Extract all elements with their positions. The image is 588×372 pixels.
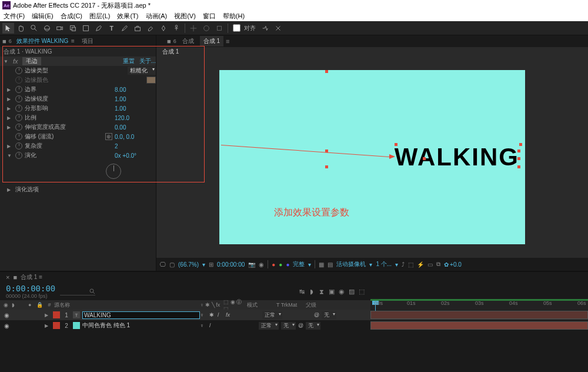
eraser-tool[interactable] — [145, 23, 156, 34]
stopwatch-icon[interactable] — [15, 67, 22, 74]
sharpness-value[interactable]: 1.00 — [115, 96, 156, 102]
stopwatch-icon[interactable] — [15, 95, 22, 102]
camera-tool[interactable] — [54, 23, 66, 34]
effect-name[interactable]: 毛边 — [22, 57, 41, 65]
zoom-dropdown[interactable]: (66.7%) — [178, 261, 199, 268]
timeline-layer[interactable]: ◉ ▶ 2 中间色青色 纯色 1 ♀/ 正常 无 @ 无 — [0, 320, 588, 331]
menu-edit[interactable]: 编辑(E) — [32, 12, 54, 21]
stopwatch-icon[interactable] — [15, 152, 22, 159]
mask-tool[interactable] — [80, 23, 92, 34]
views-dropdown[interactable]: 1 个... — [376, 260, 392, 268]
layer-name[interactable]: 中间色青色 纯色 1 — [82, 321, 130, 330]
share-icon[interactable]: ⤴ — [402, 261, 405, 268]
resolution-icon[interactable]: ⊞ — [209, 261, 213, 268]
shy-icon[interactable]: ↹ — [298, 287, 306, 295]
stopwatch-icon[interactable] — [15, 86, 22, 93]
timecode[interactable]: 0:00:00:00 — [6, 284, 55, 293]
effect-about[interactable]: 关于... — [139, 57, 156, 65]
snap-checkbox[interactable] — [233, 24, 240, 32]
composition-canvas[interactable]: WALKING — [219, 70, 525, 244]
selection-tool[interactable] — [2, 23, 14, 34]
orbit-tool[interactable] — [41, 23, 53, 34]
hand-tool[interactable] — [15, 23, 27, 34]
stopwatch-icon[interactable] — [15, 105, 22, 112]
channel-icon[interactable]: ● — [272, 261, 275, 268]
draft3d-icon[interactable]: ⬚ — [408, 261, 413, 268]
col-source-name[interactable]: 源名称 — [54, 301, 70, 309]
search-input[interactable] — [60, 287, 95, 295]
layer-bar[interactable] — [370, 321, 588, 330]
timeline-ruler[interactable]: :00s 01s 02s 03s 04s 05s 06s — [370, 299, 588, 311]
blend-mode-dropdown[interactable]: 正常 — [262, 311, 282, 319]
menu-effect[interactable]: 效果(T) — [117, 12, 138, 21]
visibility-icon[interactable]: ◉ — [2, 321, 11, 330]
flowchart-icon[interactable]: ⧉ — [436, 261, 440, 268]
tab-project[interactable]: 项目 — [79, 36, 96, 46]
crosshair-icon[interactable]: ⊕ — [105, 133, 112, 140]
snap-mode-icon[interactable] — [259, 23, 271, 34]
text-tool[interactable]: T — [106, 23, 118, 34]
comp-subtab[interactable]: 合成 1 — [156, 47, 588, 57]
stopwatch-icon[interactable] — [15, 114, 22, 121]
show-snapshot-icon[interactable]: ◉ — [259, 261, 264, 268]
layer-color[interactable] — [53, 311, 60, 318]
layer-bar[interactable] — [370, 311, 588, 319]
border-value[interactable]: 8.00 — [115, 87, 156, 93]
clone-tool[interactable] — [132, 23, 143, 34]
fast-preview-icon[interactable]: ⚡ — [417, 261, 424, 268]
viewport[interactable]: GX!网 WALKING 添加效果设置参数 — [156, 57, 588, 258]
guides-icon[interactable]: ▤ — [328, 261, 333, 268]
timeline-tab[interactable]: 合成 1 ≡ — [21, 273, 42, 281]
fractal-value[interactable]: 1.00 — [115, 105, 156, 112]
col-parent[interactable]: 父级 — [306, 301, 329, 309]
view-axis-icon[interactable] — [213, 23, 225, 34]
skip-start-icon[interactable]: ⧗ — [318, 287, 326, 295]
edge-color-swatch[interactable] — [146, 77, 156, 84]
col-trkmat[interactable]: T TrkMat — [276, 302, 306, 308]
snapshot-icon[interactable]: 📷 — [248, 261, 255, 268]
brush-tool[interactable] — [119, 23, 131, 34]
offset-value[interactable]: 0.0, 0.0 — [115, 134, 156, 140]
comp-tab-active[interactable]: 合成 1 — [200, 36, 223, 46]
graph-icon[interactable]: ▣ — [328, 287, 336, 295]
pen-tool[interactable] — [93, 23, 105, 34]
parent-dropdown[interactable]: 无 — [306, 322, 320, 330]
ratio-icon[interactable]: ▢ — [169, 261, 175, 268]
menu-file[interactable]: 文件(F) — [4, 12, 25, 21]
layer-name-input[interactable] — [82, 311, 200, 319]
puppet-tool[interactable] — [171, 23, 182, 34]
menu-composition[interactable]: 合成(C) — [61, 12, 82, 21]
visibility-icon[interactable]: ◉ — [2, 311, 11, 319]
effect-reset[interactable]: 重置 — [123, 57, 135, 65]
tag-icon[interactable]: ◗ — [308, 287, 316, 295]
evolution-dial[interactable] — [106, 164, 121, 179]
roto-tool[interactable] — [158, 23, 169, 34]
timeline-layer[interactable]: ◉ ▶ 1 T ♀✱/fx 正常 @ 无 — [0, 310, 588, 320]
camera-dropdown[interactable]: 活动摄像机 — [336, 260, 366, 268]
quality-dropdown[interactable]: 完整 — [293, 260, 305, 268]
render-icon[interactable]: ⬚ — [358, 287, 366, 295]
stopwatch-icon[interactable] — [15, 142, 22, 150]
grid-icon[interactable]: ▦ — [319, 261, 324, 268]
menu-help[interactable]: 帮助(H) — [223, 12, 245, 21]
col-mode[interactable]: 模式 — [247, 301, 276, 309]
complexity-value[interactable]: 2 — [115, 143, 156, 150]
time-display[interactable]: 0:00:00:00 — [217, 261, 245, 268]
menu-view[interactable]: 视图(V) — [174, 12, 196, 21]
menu-window[interactable]: 窗口 — [203, 12, 216, 21]
edge-type-dropdown[interactable]: 粗糙化 — [128, 67, 156, 75]
draft-icon[interactable]: ▨ — [348, 287, 356, 295]
pan-behind-tool[interactable] — [67, 23, 79, 34]
evolution-value[interactable]: 0x +0.0° — [115, 152, 156, 159]
trkmat-dropdown[interactable]: 无 — [281, 322, 296, 330]
exposure-value[interactable]: ✿ +0.0 — [444, 261, 462, 268]
stretch-value[interactable]: 0.00 — [115, 124, 156, 131]
world-axis-icon[interactable] — [201, 23, 212, 34]
display-icon[interactable]: 🖵 — [160, 261, 166, 268]
local-axis-icon[interactable] — [188, 23, 199, 34]
blend-mode-dropdown[interactable]: 正常 — [259, 322, 279, 330]
stopwatch-icon[interactable] — [15, 133, 22, 140]
motion-blur-icon[interactable]: ◉ — [338, 287, 346, 295]
scale-value[interactable]: 120.0 — [115, 115, 156, 121]
zoom-tool[interactable] — [28, 23, 40, 34]
